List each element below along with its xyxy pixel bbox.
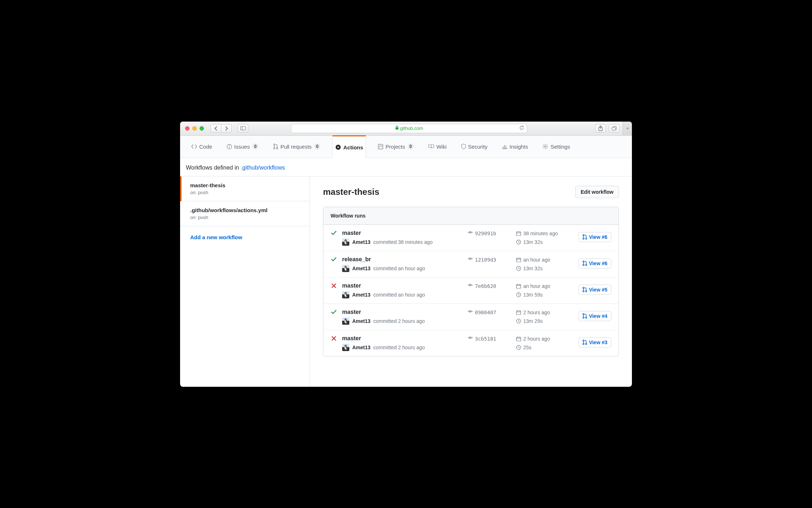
avatar[interactable]: 🐧: [342, 344, 349, 351]
zoom-window-button[interactable]: [200, 126, 204, 131]
run-author[interactable]: Amet13: [352, 239, 371, 245]
run-row: master 🐧 Amet13 committed an hour ago 7e…: [323, 277, 619, 304]
reload-button[interactable]: [519, 125, 524, 131]
view-run-button[interactable]: View #6: [579, 232, 611, 242]
run-duration: 13m 29s: [516, 318, 567, 324]
run-hash[interactable]: 7e6b620: [468, 283, 511, 289]
x-icon: [331, 336, 336, 341]
workflows-path-link[interactable]: .github/workflows: [241, 165, 285, 171]
run-timing: an hour ago 13m 59s: [516, 283, 567, 298]
pull-request-icon: [582, 340, 587, 345]
svg-point-9: [274, 148, 275, 149]
svg-point-7: [229, 147, 230, 148]
view-run-button[interactable]: View #4: [579, 311, 611, 321]
tab-actions[interactable]: Actions: [332, 135, 366, 158]
run-hash[interactable]: 929091b: [468, 230, 511, 236]
calendar-icon: [516, 284, 521, 289]
avatar[interactable]: 🐧: [342, 291, 349, 298]
tab-label: Security: [468, 144, 488, 150]
edit-workflow-button[interactable]: Edit workflow: [575, 186, 619, 198]
run-author[interactable]: Amet13: [352, 318, 371, 324]
svg-rect-0: [240, 127, 245, 130]
workflow-sidebar: master-thesis on: push.github/workflows/…: [180, 176, 310, 387]
view-run-button[interactable]: View #6: [579, 258, 611, 268]
tab-label: Pull requests: [280, 144, 312, 150]
svg-point-42: [585, 264, 587, 266]
run-hash[interactable]: 12109d3: [468, 256, 511, 263]
pull-request-icon: [582, 287, 587, 292]
run-duration: 13m 32s: [516, 239, 567, 245]
close-window-button[interactable]: [185, 126, 189, 131]
chevron-left-icon: [214, 126, 218, 131]
url-bar[interactable]: github.com: [291, 124, 527, 133]
tab-wiki[interactable]: Wiki: [426, 135, 449, 158]
run-info: master 🐧 Amet13 committed an hour ago: [342, 283, 463, 298]
run-time-ago: 2 hours ago: [516, 310, 567, 315]
tab-code[interactable]: Code: [189, 135, 215, 158]
clock-icon: [516, 319, 521, 324]
run-author[interactable]: Amet13: [352, 345, 371, 350]
pull-request-icon: [582, 234, 587, 240]
run-author[interactable]: Amet13: [352, 292, 371, 298]
back-button[interactable]: [210, 124, 221, 132]
run-branch[interactable]: master: [342, 230, 463, 236]
workflow-item-subtitle: on: push: [190, 215, 304, 220]
tab-pull-requests[interactable]: Pull requests 0: [271, 135, 323, 158]
share-button[interactable]: [595, 124, 606, 132]
run-timing: 38 minutes ago 13m 32s: [516, 230, 567, 245]
run-branch[interactable]: release_br: [342, 256, 463, 263]
avatar[interactable]: 🐧: [342, 318, 349, 325]
repo-tabs: Code Issues 0 Pull requests 0 Actions Pr…: [180, 136, 632, 158]
run-status: [331, 335, 337, 341]
run-branch[interactable]: master: [342, 309, 463, 315]
chevron-right-icon: [225, 126, 228, 131]
run-status: [331, 230, 337, 236]
run-author[interactable]: Amet13: [352, 266, 371, 271]
sidebar-toggle-button[interactable]: [237, 124, 248, 132]
svg-point-41: [583, 264, 584, 266]
calendar-icon: [516, 310, 521, 315]
tab-security[interactable]: Security: [459, 135, 490, 158]
svg-point-10: [276, 148, 278, 149]
svg-rect-2: [396, 127, 398, 130]
run-info: master 🐧 Amet13 committed 2 hours ago: [342, 335, 463, 351]
run-time-ago: an hour ago: [516, 257, 567, 263]
workflow-item[interactable]: master-thesis on: push: [180, 176, 310, 201]
run-hash[interactable]: 3cb5181: [468, 335, 511, 342]
pull-request-icon: [273, 144, 278, 149]
svg-point-20: [545, 146, 546, 147]
projects-icon: [378, 144, 383, 149]
run-branch[interactable]: master: [342, 283, 463, 289]
avatar[interactable]: 🐧: [342, 265, 349, 272]
check-icon: [331, 310, 337, 315]
tab-settings[interactable]: Settings: [540, 135, 572, 158]
workflows-path-header: Workflows defined in .github/workflows: [180, 158, 632, 176]
minimize-window-button[interactable]: [192, 126, 197, 131]
tab-insights[interactable]: Insights: [499, 135, 531, 158]
svg-point-40: [583, 261, 584, 262]
svg-point-64: [585, 317, 587, 318]
run-status: [331, 283, 337, 288]
svg-point-29: [583, 235, 584, 236]
view-run-button[interactable]: View #5: [579, 285, 611, 295]
new-tab-button[interactable]: ＋: [623, 122, 632, 136]
forward-button[interactable]: [221, 124, 232, 132]
share-icon: [598, 126, 603, 131]
tab-issues[interactable]: Issues 0: [224, 135, 261, 158]
pull-request-icon: [582, 313, 587, 319]
svg-point-54: [470, 310, 471, 312]
tabs-button[interactable]: [609, 124, 620, 132]
avatar[interactable]: 🐧: [342, 238, 349, 246]
tab-projects[interactable]: Projects 0: [375, 135, 416, 158]
workflow-item[interactable]: .github/workflows/actions.yml on: push: [180, 201, 310, 226]
workflow-item-title: master-thesis: [190, 182, 304, 188]
run-hash[interactable]: 0980407: [468, 309, 511, 315]
run-branch[interactable]: master: [342, 335, 463, 342]
run-timing: 2 hours ago 13m 29s: [516, 309, 567, 324]
view-run-button[interactable]: View #3: [579, 337, 611, 347]
workflow-title: master-thesis: [323, 187, 379, 197]
svg-rect-35: [516, 258, 521, 262]
clock-icon: [516, 266, 521, 271]
main-content: master-thesis on: push.github/workflows/…: [180, 176, 632, 387]
add-workflow-link[interactable]: Add a new workflow: [180, 226, 310, 248]
